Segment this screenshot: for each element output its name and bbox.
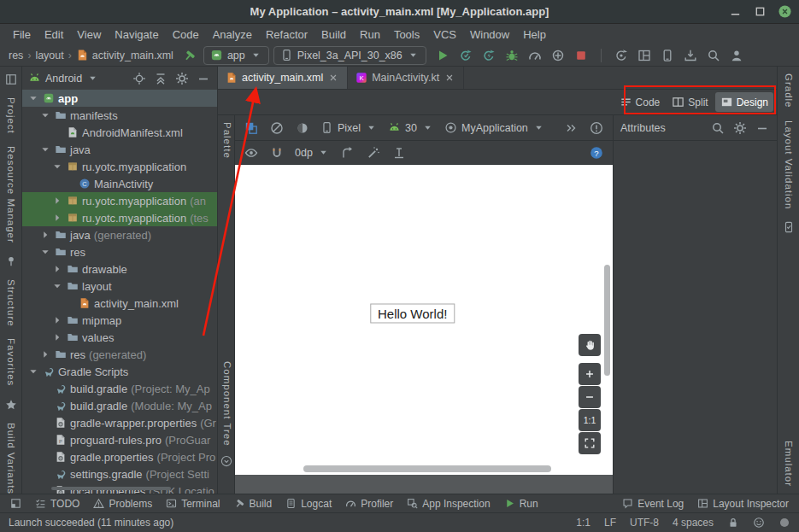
collapse-all-button[interactable] <box>153 71 168 86</box>
error-badge-button[interactable] <box>587 119 606 137</box>
tree-item-drawable[interactable]: drawable <box>22 260 217 278</box>
close-x-icon[interactable] <box>444 72 455 84</box>
mode-code-button[interactable]: Code <box>614 92 666 112</box>
stop-button[interactable] <box>572 46 590 65</box>
tree-item-proguard-rules-pro-proguar[interactable]: Pproguard-rules.pro(ProGuar <box>22 431 217 448</box>
status-utf-8[interactable]: UTF-8 <box>630 517 659 529</box>
run-button[interactable] <box>433 46 452 65</box>
status-circle-button[interactable] <box>778 517 790 529</box>
toolwindow-tool-windows[interactable] <box>3 494 28 512</box>
blueprint-off-button[interactable] <box>267 119 286 137</box>
mode-design-button[interactable]: Design <box>715 92 773 112</box>
toolstripe-gradle[interactable]: Gradle <box>784 73 794 108</box>
project-view-select[interactable]: Android <box>28 72 99 85</box>
device-select[interactable]: Pixel_3a_API_30_x86 <box>273 46 426 65</box>
tree-item-values[interactable]: values <box>22 329 217 346</box>
menu-code[interactable]: Code <box>167 26 205 43</box>
editor-tab-mainactivity-kt[interactable]: KMainActivity.kt <box>348 67 464 89</box>
component-tree-collapse-icon[interactable] <box>220 455 232 467</box>
run-config-select[interactable]: app <box>203 46 269 65</box>
toolstripe-favorites[interactable]: Favorites <box>6 338 16 386</box>
design-surface-button[interactable] <box>242 119 261 137</box>
status-1-1[interactable]: 1:1 <box>576 517 590 529</box>
wand-button[interactable] <box>364 143 383 162</box>
toolwindow-problems[interactable]: Problems <box>86 494 159 512</box>
tree-item-ru-yotc-myapplication-an[interactable]: ru.yotc.myapplication(an <box>22 192 217 209</box>
design-vertical-scrollbar[interactable] <box>604 265 610 376</box>
tree-item-androidmanifest-xml[interactable]: AndroidManifest.xml <box>22 124 217 141</box>
tree-item-app[interactable]: app <box>22 90 217 107</box>
menu-help[interactable]: Help <box>517 26 552 43</box>
tree-item-mipmap[interactable]: mipmap <box>22 312 217 329</box>
debug-button[interactable] <box>502 46 521 65</box>
toolwindow-todo[interactable]: TODO <box>28 494 86 512</box>
zoom-reset-button[interactable]: 1:1 <box>579 409 601 431</box>
menu-analyze[interactable]: Analyze <box>207 26 258 43</box>
design-device-select[interactable]: Pixel <box>319 120 379 137</box>
project-horizontal-scrollbar[interactable] <box>51 487 171 490</box>
menu-vcs[interactable]: VCS <box>427 26 462 43</box>
window-minimize-button[interactable] <box>728 4 743 19</box>
tree-item-java[interactable]: java <box>22 141 217 158</box>
editor-tab-activity-main-xml[interactable]: activity_main.xml <box>218 67 348 89</box>
text-baseline-button[interactable] <box>390 143 408 162</box>
zoom-fit-button[interactable] <box>579 432 601 454</box>
more-button[interactable] <box>561 119 580 137</box>
menu-refactor[interactable]: Refactor <box>260 26 314 43</box>
close-x-icon[interactable] <box>327 72 339 84</box>
tree-item-gradle-wrapper-properties-gr[interactable]: gradle-wrapper.properties(Gr <box>22 414 217 431</box>
menu-navigate[interactable]: Navigate <box>109 26 164 43</box>
search-button[interactable] <box>710 120 726 136</box>
breadcrumb-file[interactable]: activity_main.xml <box>76 49 173 61</box>
default-margin-select[interactable]: 0dp <box>293 144 332 161</box>
window-maximize-button[interactable] <box>753 4 767 19</box>
toolstripe-structure[interactable]: Structure <box>6 279 16 327</box>
gear-button[interactable] <box>732 120 748 136</box>
textview-hello-world[interactable]: Hello World! <box>370 304 455 324</box>
menu-file[interactable]: File <box>7 26 37 43</box>
breadcrumb-res[interactable]: res <box>9 50 23 61</box>
zoom-in-button[interactable] <box>579 363 601 385</box>
pan-button[interactable] <box>579 334 601 356</box>
tree-item-layout[interactable]: layout <box>22 278 217 295</box>
hide-button[interactable] <box>755 120 770 136</box>
toolstripe-emulator[interactable]: Emulator <box>784 441 794 487</box>
apply-changes-button[interactable] <box>456 46 475 65</box>
help-button[interactable]: ? <box>587 143 606 162</box>
design-horizontal-scrollbar[interactable] <box>303 465 551 472</box>
apply-code-changes-button[interactable] <box>479 46 498 65</box>
tree-item-build-gradle-project-my-ap[interactable]: build.gradle(Project: My_Ap <box>22 380 217 397</box>
lock-button[interactable] <box>727 517 739 529</box>
profiler-button[interactable] <box>526 46 544 65</box>
tree-item-manifests[interactable]: manifests <box>22 107 217 124</box>
mode-split-button[interactable]: Split <box>667 92 713 112</box>
device-manager-button[interactable] <box>658 46 677 65</box>
tree-item-ru-yotc-myapplication[interactable]: ru.yotc.myapplication <box>22 158 217 175</box>
toolwindow-app-inspection[interactable]: App Inspection <box>400 494 496 512</box>
toolwindow-terminal[interactable]: Terminal <box>159 494 226 512</box>
toolwindow-run[interactable]: Run <box>497 494 545 512</box>
avatar-button[interactable] <box>727 46 746 65</box>
smiley-button[interactable] <box>753 517 765 529</box>
night-mode-button[interactable] <box>293 119 312 137</box>
menu-edit[interactable]: Edit <box>38 26 69 43</box>
build-project-button[interactable] <box>180 46 199 65</box>
tree-item-java-generated[interactable]: java(generated) <box>22 226 217 243</box>
toolstripe-layout-validation[interactable]: Layout Validation <box>784 120 794 209</box>
tree-item-build-gradle-module-my-ap[interactable]: build.gradle(Module: My_Ap <box>22 397 217 414</box>
window-close-button[interactable] <box>778 4 792 19</box>
attach-debugger-button[interactable] <box>549 46 567 65</box>
toolwindow-build[interactable]: Build <box>227 494 279 512</box>
tree-item-ru-yotc-myapplication-tes[interactable]: ru.yotc.myapplication(tes <box>22 209 217 226</box>
tree-item-settings-gradle-project-setti[interactable]: settings.gradle(Project Setti <box>22 465 217 482</box>
tree-item-activity-main-xml[interactable]: activity_main.xml <box>22 295 217 312</box>
gear-button[interactable] <box>174 71 190 86</box>
tree-item-gradle-properties-project-pro[interactable]: gradle.properties(Project Pro <box>22 448 217 465</box>
api-level-select[interactable]: 30 <box>386 120 436 137</box>
toolwindow-event-log[interactable]: Event Log <box>615 494 690 512</box>
hide-button[interactable] <box>196 71 211 86</box>
menu-run[interactable]: Run <box>354 26 386 43</box>
status-lf[interactable]: LF <box>604 517 616 529</box>
layout-inspector-button[interactable] <box>635 46 654 65</box>
breadcrumb-layout[interactable]: layout <box>35 50 63 61</box>
